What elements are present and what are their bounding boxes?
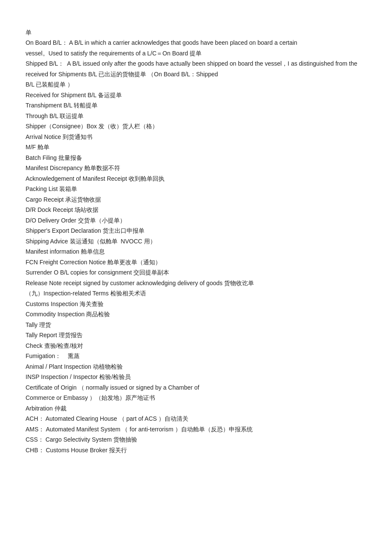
- content-line-37: AMS： Automated Manifest System （ for ant…: [26, 424, 366, 435]
- content-line-5: Received for Shipment B/L 备运提单: [26, 90, 366, 101]
- content-line-16: D/R Dock Receipt 场站收据: [26, 205, 366, 215]
- content-line-28: Tally Report 理货报告: [26, 330, 366, 341]
- content-line-21: FCN Freight Correction Notice 舱单更改单（通知）: [26, 257, 366, 268]
- content-line-13: Acknowledgement of Manifest Receipt 收到舱单…: [26, 173, 366, 184]
- content-line-14: Packing List 装箱单: [26, 184, 366, 194]
- content-line-7: Through B/L 联运提单: [26, 111, 366, 121]
- content-line-31: Animal / Plant Inspection 动植物检验: [26, 361, 366, 372]
- content-line-32: INSP Inspection / Inspector 检验/检验员: [26, 372, 366, 382]
- content-line-12: Manifest Discrepancy 舱单数据不符: [26, 163, 366, 173]
- content-line-11: Batch Filing 批量报备: [26, 153, 366, 163]
- content-line-25: Customs Inspection 海关查验: [26, 299, 366, 309]
- content-line-19: Shipping Advice 装运通知（似舱单 NVOCC 用）: [26, 236, 366, 247]
- content-line-36: ACH： Automated Clearing House （ part of …: [26, 413, 366, 424]
- content-line-35: Arbitration 仲裁: [26, 403, 366, 414]
- content-line-29: Check 查验/检查/核对: [26, 341, 366, 351]
- content-line-15: Cargo Receipt 承运货物收据: [26, 194, 366, 205]
- content-line-0: 单: [26, 27, 366, 38]
- content-line-30: Fumigation： 熏蒸: [26, 351, 366, 361]
- content-line-8: Shipper（Consignee）Box 发（收）货人栏（格）: [26, 121, 366, 132]
- content-line-22: Surrender O B/L copies for consignment 交…: [26, 267, 366, 278]
- content-line-24: （九）Inspection-related Terms 检验相关术语: [26, 288, 366, 299]
- main-content: 单On Board B/L： A B/L in which a carrier …: [26, 17, 366, 455]
- content-line-9: Arrival Notice 到货通知书: [26, 132, 366, 142]
- content-line-2: vessel。Used to satisfy the requirements …: [26, 48, 366, 59]
- content-line-26: Commodity Inspection 商品检验: [26, 309, 366, 320]
- content-line-4: B/L 已装船提单 ）: [26, 79, 366, 90]
- content-line-1: On Board B/L： A B/L in which a carrier a…: [26, 38, 366, 48]
- content-line-23: Release Note receipt signed by customer …: [26, 278, 366, 289]
- content-line-38: CSS： Cargo Selectivity System 货物抽验: [26, 434, 366, 445]
- content-line-3: Shipped B/L： A B/L issued only after the…: [26, 58, 366, 79]
- content-line-20: Manifest information 舱单信息: [26, 246, 366, 257]
- content-line-33: Certificate of Origin （ normally issued …: [26, 382, 366, 393]
- content-line-39: CHB： Customs House Broker 报关行: [26, 445, 366, 456]
- content-line-10: M/F 舱单: [26, 142, 366, 153]
- content-line-18: Shipper's Export Declaration 货主出口申报单: [26, 225, 366, 236]
- content-line-17: D/O Delivery Order 交货单（小提单）: [26, 215, 366, 226]
- content-line-6: Transhipment B/L 转船提单: [26, 100, 366, 111]
- content-line-34: Commerce or Embassy ）（始发地）原产地证书: [26, 393, 366, 403]
- content-line-27: Tally 理货: [26, 320, 366, 330]
